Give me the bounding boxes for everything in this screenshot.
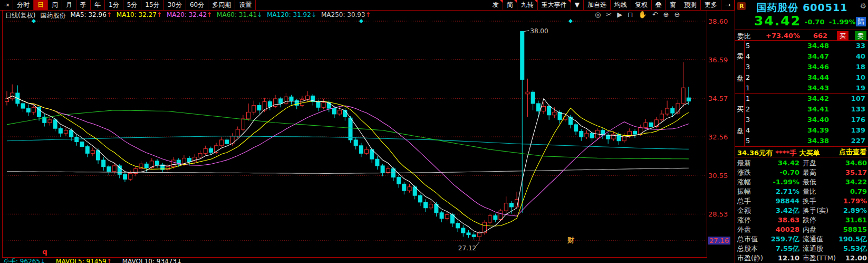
stats-row: 振幅2.71%量比0.79 (735, 187, 868, 196)
stat-label: 开盘 (803, 158, 816, 167)
candle-body (681, 88, 685, 104)
candle-body (204, 148, 207, 153)
stats-row: 总市值259.7亿流通值190.5亿 (735, 234, 868, 244)
candle-body (220, 140, 224, 146)
up-arrow-icon: ↑ (107, 258, 112, 263)
sell-side-label: 卖 (737, 52, 744, 61)
toolbar-button-更多[interactable]: 更多 (701, 0, 721, 10)
stat-value: 3.42亿 (756, 206, 799, 215)
stat-value: 38.63 (756, 215, 799, 224)
cai-event-marker[interactable]: 财 (567, 236, 574, 244)
candle-body (85, 147, 89, 154)
stat-value: -0.70 (756, 168, 799, 177)
order-level: 3 (746, 63, 750, 71)
down-arrow-icon: ↓ (40, 258, 45, 263)
toolbar-button-复权[interactable]: 复权 (631, 0, 652, 10)
tab-period-月[interactable]: 月 (62, 0, 76, 10)
tab-period-1分[interactable]: 1分 (105, 0, 123, 10)
toolbar-button-均线[interactable]: 均线 (611, 0, 631, 10)
toolbar-button-重大事件[interactable]: 重大事件 (538, 0, 571, 10)
toolbar-button-发[interactable]: 发 (489, 0, 503, 10)
stat-value: 34.22 (834, 177, 867, 186)
toolbar-button-叠[interactable]: 叠 (652, 0, 666, 10)
candle-body (649, 123, 653, 126)
candle-body (134, 168, 138, 173)
candle-body (5, 99, 9, 101)
weicha-value: 662 (813, 32, 827, 40)
order-row-sell2[interactable]: 234.4410 (745, 73, 868, 84)
stat-value: 5.53亿 (834, 244, 867, 253)
stat-label: 换手(实) (803, 206, 828, 215)
stats-row: 总手98844换手1.79% (735, 196, 868, 206)
candle-body (585, 133, 589, 137)
candle-body (606, 135, 610, 139)
candle-body (252, 106, 256, 112)
gear-icon[interactable]: ⚙ (860, 2, 866, 10)
candle-body (408, 187, 411, 191)
order-level: 1 (746, 84, 750, 92)
alert-stars: **** (775, 149, 789, 157)
candle-body (80, 142, 84, 147)
stat-value: 259.7亿 (756, 234, 799, 243)
toolbar-button-加自选[interactable]: 加自选 (584, 0, 611, 10)
stat-value: 12.00 (834, 253, 867, 262)
order-row-buy1[interactable]: 134.42107 (745, 95, 868, 105)
axis-price-label: 30.55 (708, 172, 732, 180)
tab-period-5分[interactable]: 5分 (123, 0, 142, 10)
candlestick-chart[interactable]: 38.0027.12q财 (3, 10, 707, 257)
candle-body (112, 166, 116, 172)
candle-body (279, 99, 283, 104)
candle-body (687, 98, 690, 101)
order-row-buy5[interactable]: 534.38227 (745, 137, 868, 147)
candle-body (472, 235, 476, 237)
tab-period-季[interactable]: 季 (76, 0, 91, 10)
tab-period-设置[interactable]: 设置 (235, 0, 256, 10)
stat-label: 外盘 (737, 225, 751, 234)
event-diamond-icon[interactable] (568, 19, 573, 23)
order-row-sell1[interactable]: 134.4319 (745, 84, 868, 95)
candle-body (48, 120, 52, 123)
order-volume: 139 (834, 126, 865, 134)
order-row-sell3[interactable]: 334.4618 (745, 63, 868, 73)
dropdown-icon[interactable]: ▼ (571, 0, 584, 10)
alert-action-link[interactable]: 点击查看 (839, 147, 866, 157)
toolbar-button-简[interactable]: 简 (503, 0, 517, 10)
toolbar-button-九转[interactable]: 九转 (517, 0, 538, 10)
order-volume: 133 (834, 105, 865, 113)
tab-period-多周期[interactable]: 多周期 (208, 0, 235, 10)
tab-period-60分[interactable]: 60分 (186, 0, 208, 10)
event-diamond-icon[interactable] (359, 19, 363, 23)
big-order-alert[interactable]: 34.36元有 ****手 大买单 点击查看 (737, 147, 866, 158)
stat-label: 总市值 (737, 234, 758, 243)
order-row-buy2[interactable]: 234.41133 (745, 105, 868, 116)
order-row-buy3[interactable]: 334.40176 (745, 116, 868, 126)
candle-body (236, 129, 239, 136)
candle-body (53, 120, 57, 128)
pin-icon[interactable]: ⇥ (0, 0, 13, 10)
order-row-buy4[interactable]: 434.39139 (745, 126, 868, 137)
toolbar-button-预测[interactable]: 预测 (680, 0, 701, 10)
candle-body (553, 112, 556, 115)
candle-body (580, 132, 583, 137)
tab-period-日[interactable]: 日 (34, 0, 48, 10)
candle-body (198, 153, 202, 157)
candle-body (499, 211, 503, 219)
order-row-sell5[interactable]: 534.4833 (745, 42, 868, 52)
order-volume: 227 (834, 137, 865, 145)
toolbar-button-窗[interactable]: 窗 (666, 0, 680, 10)
candle-body (424, 202, 428, 208)
tab-period-周[interactable]: 周 (48, 0, 62, 10)
stat-value: 31.61 (834, 215, 867, 224)
arrow-right-icon[interactable]: → (721, 0, 735, 10)
tab-period-分时[interactable]: 分时 (13, 0, 34, 10)
order-row-sell4[interactable]: 434.4740 (745, 52, 868, 63)
candle-body (247, 112, 250, 119)
event-diamond-icon[interactable] (32, 19, 36, 23)
stat-value: 40028 (756, 225, 799, 234)
tab-period-15分[interactable]: 15分 (141, 0, 163, 10)
tab-period-年[interactable]: 年 (91, 0, 105, 10)
candle-body (257, 106, 261, 110)
order-price: 34.44 (782, 73, 829, 81)
tab-period-30分[interactable]: 30分 (164, 0, 186, 10)
candle-body (32, 107, 35, 112)
